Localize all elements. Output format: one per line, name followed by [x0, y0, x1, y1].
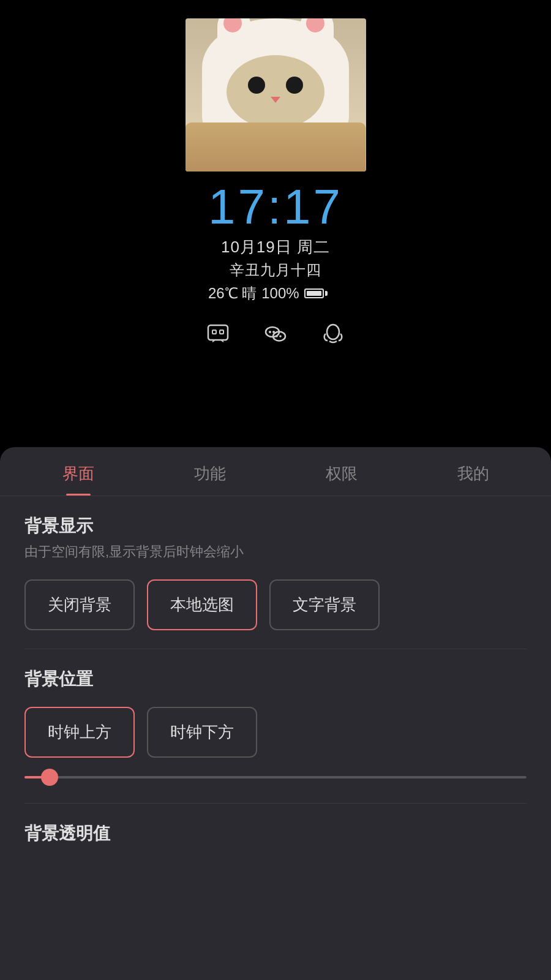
divider-1 [24, 649, 527, 649]
svg-rect-2 [220, 330, 223, 334]
bg-position-title: 背景位置 [24, 668, 527, 691]
slider-row [24, 770, 527, 785]
date-row2: 辛丑九月十四 [208, 260, 343, 280]
settings-panel: 界面 功能 权限 我的 背景显示 由于空间有限,显示背景后时钟会缩小 关闭背景 … [0, 447, 551, 980]
bg-opacity-title: 背景透明值 [24, 822, 527, 845]
svg-rect-0 [208, 325, 228, 340]
hood-ear-left [217, 18, 251, 43]
hood-ear-right [300, 18, 334, 43]
bg-display-subtitle: 由于空间有限,显示背景后时钟会缩小 [24, 543, 527, 561]
svg-point-8 [279, 335, 282, 337]
battery-fill [307, 291, 321, 296]
battery-body [304, 288, 324, 298]
qq-icon [320, 320, 347, 347]
slider-track[interactable] [24, 776, 527, 778]
svg-point-9 [327, 325, 339, 339]
ear-inner-right [306, 18, 324, 32]
battery-percent: 100% [261, 285, 299, 302]
btn-close-bg[interactable]: 关闭背景 [24, 579, 135, 630]
bg-position-button-row: 时钟上方 时钟下方 [24, 707, 527, 758]
app-icons-row [204, 320, 347, 347]
weather-row: 26℃ 晴 100% [208, 284, 343, 303]
phone-preview: 17:17 10月19日 周二 辛丑九月十四 26℃ 晴 100% [0, 0, 551, 453]
wechat-icon [262, 320, 289, 347]
date-row1: 10月19日 周二 [208, 236, 343, 258]
cat-body [186, 123, 366, 172]
battery-icon [304, 288, 328, 298]
bg-button-row: 关闭背景 本地选图 文字背景 [24, 579, 527, 630]
clock-time: 17:17 [208, 183, 343, 232]
tab-bar: 界面 功能 权限 我的 [0, 447, 551, 496]
tab-interface[interactable]: 界面 [12, 463, 144, 496]
bg-position-section: 背景位置 时钟上方 时钟下方 [24, 668, 527, 758]
btn-text-bg[interactable]: 文字背景 [269, 579, 380, 630]
btn-local-img[interactable]: 本地选图 [147, 579, 257, 630]
btn-above-clock[interactable]: 时钟上方 [24, 707, 135, 758]
cat-image-container [186, 18, 366, 172]
cat-nose [271, 97, 280, 103]
bg-display-title: 背景显示 [24, 514, 527, 538]
battery-tip [325, 291, 328, 296]
message-icon [204, 320, 231, 347]
divider-2 [24, 803, 527, 804]
weather-text: 26℃ 晴 [208, 284, 257, 303]
ear-inner-left [223, 18, 242, 32]
cat-eye-left [248, 77, 265, 94]
svg-point-4 [269, 331, 271, 333]
tab-function[interactable]: 功能 [144, 463, 276, 496]
cat-image [186, 18, 366, 172]
cat-face [227, 55, 324, 129]
tab-permission[interactable]: 权限 [276, 463, 407, 496]
svg-rect-1 [212, 330, 216, 334]
slider-thumb[interactable] [41, 769, 58, 786]
time-display: 17:17 10月19日 周二 辛丑九月十四 26℃ 晴 100% [208, 183, 343, 303]
settings-content: 背景显示 由于空间有限,显示背景后时钟会缩小 关闭背景 本地选图 文字背景 背景… [0, 496, 551, 980]
btn-below-clock[interactable]: 时钟下方 [147, 707, 257, 758]
svg-point-7 [276, 335, 278, 337]
cat-eye-right [286, 77, 303, 94]
tab-mine[interactable]: 我的 [407, 463, 539, 496]
